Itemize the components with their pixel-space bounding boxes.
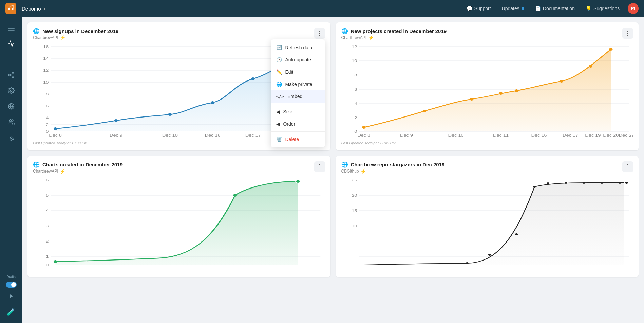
svg-text:14: 14 bbox=[43, 56, 49, 61]
svg-text:Dec 20: Dec 20 bbox=[603, 133, 619, 138]
svg-point-5 bbox=[12, 76, 14, 78]
private-icon: 🌐 bbox=[276, 82, 282, 87]
sidebar-item-team[interactable] bbox=[4, 115, 18, 129]
svg-line-7 bbox=[10, 75, 12, 76]
main-content: 🌐 New signups in December 2019 Chartbrew… bbox=[22, 17, 644, 323]
svg-point-111 bbox=[618, 182, 621, 184]
dropdown-item-refresh[interactable]: 🔄 Refresh data bbox=[271, 41, 325, 54]
svg-point-31 bbox=[54, 127, 57, 130]
delete-icon: 🗑️ bbox=[276, 137, 282, 142]
dropdown-item-edit[interactable]: ✏️ Edit bbox=[271, 66, 325, 78]
svg-rect-2 bbox=[8, 30, 15, 31]
svg-text:12: 12 bbox=[352, 44, 357, 49]
svg-point-11 bbox=[9, 120, 12, 122]
svg-text:6: 6 bbox=[354, 87, 357, 92]
svg-text:3: 3 bbox=[46, 224, 49, 228]
app-logo[interactable] bbox=[5, 3, 16, 14]
order-icon: ◀ bbox=[276, 121, 280, 127]
svg-point-64 bbox=[589, 65, 592, 68]
documentation-link[interactable]: 📄 Documentation bbox=[532, 6, 577, 11]
drafts-label: Drafts bbox=[6, 275, 16, 279]
svg-text:Dec 9: Dec 9 bbox=[400, 133, 413, 138]
chart-title-created: 🌐 Charts created in December 2019 bbox=[33, 161, 123, 168]
chart-options-button-3[interactable]: ⋮ bbox=[314, 161, 325, 172]
connection-indicator-4: ⚡ bbox=[360, 168, 366, 174]
chart-svg-created: 6 5 4 3 2 1 0 bbox=[33, 177, 325, 272]
support-icon: 💬 bbox=[467, 6, 472, 11]
dropdown-item-size[interactable]: ◀ Size bbox=[271, 106, 325, 118]
project-selector[interactable]: Depomo ▼ bbox=[22, 6, 46, 12]
svg-text:2: 2 bbox=[354, 116, 357, 120]
chart-title-signups: 🌐 New signups in December 2019 bbox=[33, 28, 118, 34]
dropdown-item-order[interactable]: ◀ Order bbox=[271, 118, 325, 130]
chart-options-button-1[interactable]: ⋮ bbox=[314, 28, 325, 39]
sidebar: Drafts 🧪 bbox=[0, 17, 22, 323]
svg-text:10: 10 bbox=[352, 59, 357, 63]
svg-marker-13 bbox=[10, 294, 13, 298]
sidebar-item-charts[interactable] bbox=[4, 37, 18, 51]
connection-indicator-2: ⚡ bbox=[368, 35, 374, 40]
sidebar-item-globe[interactable] bbox=[4, 99, 18, 113]
sidebar-item-settings[interactable] bbox=[4, 84, 18, 98]
svg-point-60 bbox=[470, 98, 473, 101]
svg-text:10: 10 bbox=[43, 80, 49, 85]
user-avatar[interactable]: RI bbox=[628, 3, 639, 14]
connection-indicator-1: ⚡ bbox=[60, 35, 65, 40]
sidebar-item-play[interactable] bbox=[4, 289, 18, 303]
updates-link[interactable]: Updates bbox=[499, 6, 527, 11]
chart-card-stargazers: 🌐 Chartbrew repo stargazers in Dec 2019 … bbox=[336, 156, 639, 277]
svg-text:0: 0 bbox=[354, 129, 357, 134]
chart-card-created: 🌐 Charts created in December 2019 Chartb… bbox=[27, 156, 330, 277]
svg-point-91 bbox=[296, 180, 300, 183]
globe-icon-3: 🌐 bbox=[33, 161, 40, 168]
svg-text:2: 2 bbox=[46, 123, 49, 127]
globe-icon-2: 🌐 bbox=[341, 28, 348, 34]
svg-point-61 bbox=[499, 92, 503, 95]
svg-point-8 bbox=[10, 90, 12, 92]
svg-point-62 bbox=[515, 89, 518, 92]
support-link[interactable]: 💬 Support bbox=[464, 6, 494, 11]
svg-point-107 bbox=[546, 182, 549, 184]
suggestions-link[interactable]: 💡 Suggestions bbox=[583, 6, 622, 11]
svg-text:Dec 8: Dec 8 bbox=[357, 133, 370, 138]
drafts-toggle[interactable] bbox=[6, 282, 17, 288]
dropdown-item-make-private[interactable]: 🌐 Make private bbox=[271, 78, 325, 90]
chart-options-button-4[interactable]: ⋮ bbox=[622, 161, 633, 172]
svg-point-63 bbox=[560, 80, 563, 83]
caret-down-icon: ▼ bbox=[43, 7, 46, 11]
sidebar-item-admin[interactable] bbox=[4, 130, 18, 145]
sidebar-item-menu[interactable] bbox=[4, 21, 18, 35]
svg-text:Dec 8: Dec 8 bbox=[49, 133, 62, 138]
svg-point-35 bbox=[251, 77, 255, 80]
dropdown-item-embed[interactable]: </> Embed bbox=[271, 90, 325, 103]
refresh-icon: 🔄 bbox=[276, 45, 282, 50]
dropdown-item-delete[interactable]: 🗑️ Delete bbox=[271, 133, 325, 145]
svg-text:5: 5 bbox=[46, 193, 49, 198]
sidebar-item-connections[interactable] bbox=[4, 68, 18, 82]
globe-icon-4: 🌐 bbox=[341, 161, 348, 168]
svg-point-89 bbox=[54, 260, 57, 263]
svg-point-108 bbox=[564, 182, 567, 184]
svg-text:10: 10 bbox=[352, 224, 357, 228]
globe-icon-1: 🌐 bbox=[33, 28, 40, 34]
svg-line-6 bbox=[10, 74, 12, 75]
svg-point-105 bbox=[515, 233, 518, 235]
svg-text:12: 12 bbox=[43, 68, 49, 73]
svg-point-109 bbox=[582, 182, 585, 184]
svg-point-103 bbox=[466, 262, 468, 264]
chart-options-button-2[interactable]: ⋮ bbox=[622, 28, 633, 39]
svg-text:Dec 16: Dec 16 bbox=[205, 133, 220, 138]
svg-point-90 bbox=[233, 194, 237, 197]
svg-text:Dec 16: Dec 16 bbox=[531, 133, 547, 138]
size-icon: ◀ bbox=[276, 109, 280, 114]
dropdown-item-auto-update[interactable]: 🕐 Auto-update bbox=[271, 54, 325, 66]
svg-text:6: 6 bbox=[46, 104, 49, 108]
svg-point-110 bbox=[600, 182, 603, 184]
sidebar-item-add[interactable] bbox=[4, 52, 18, 67]
sidebar-item-flask[interactable]: 🧪 bbox=[4, 305, 18, 319]
connection-indicator-3: ⚡ bbox=[60, 168, 65, 174]
svg-text:4: 4 bbox=[46, 209, 49, 213]
svg-text:1: 1 bbox=[46, 254, 49, 259]
svg-text:2: 2 bbox=[46, 239, 49, 244]
svg-rect-1 bbox=[8, 28, 15, 29]
